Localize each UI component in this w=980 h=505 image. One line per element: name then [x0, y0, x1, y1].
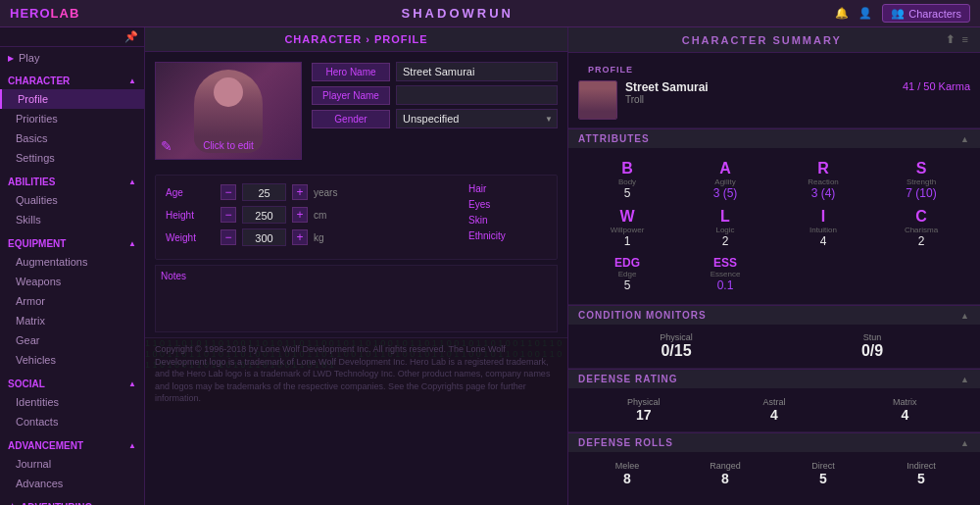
app-branding: HEROLAB	[10, 6, 79, 21]
attr-charisma: C Charisma 2	[872, 204, 970, 252]
weight-row: Weight − 300 + kg	[166, 228, 459, 246]
ethnicity-row: Ethnicity	[468, 230, 547, 241]
stun-condition: Stun 0/9	[774, 332, 970, 360]
sidebar-item-matrix[interactable]: Matrix	[0, 311, 144, 330]
height-plus-button[interactable]: +	[292, 207, 308, 223]
gender-row: Gender Unspecified Male Female Other	[312, 109, 558, 128]
menu-icon[interactable]: ≡	[962, 33, 970, 46]
hero-name-label: Hero Name	[312, 63, 390, 81]
advancement-collapse-icon: ▲	[128, 441, 136, 450]
defense-rolls-section: DEFENSE ROLLS ▲ Melee 8 Ranged 8 Direct …	[568, 432, 980, 505]
character-info: Street Samurai Troll	[625, 80, 709, 105]
sidebar-header-advancement[interactable]: Advancement ▲	[0, 435, 144, 454]
sidebar-item-identities[interactable]: Identities	[0, 392, 144, 412]
eyes-row: Eyes	[468, 199, 547, 210]
sidebar-item-play[interactable]: ▶ Play	[0, 47, 144, 69]
roll-melee: Melee 8	[578, 458, 676, 489]
export-icon[interactable]: ⬆	[946, 33, 956, 46]
eyes-label: Eyes	[468, 199, 517, 210]
top-bar: HEROLAB SHADOWRUN 🔔 👤 👥 Characters	[0, 0, 980, 27]
sidebar-header-adventuring[interactable]: ★ Adventuring ▲	[0, 497, 144, 505]
gender-select[interactable]: Unspecified Male Female Other	[396, 109, 558, 128]
age-value: 25	[242, 183, 286, 201]
roll-dodge: Dodge +0	[676, 501, 774, 505]
play-triangle-icon: ▶	[8, 54, 14, 63]
def-astral: Astral 4	[709, 394, 839, 426]
defense-rating-header[interactable]: DEFENSE RATING ▲	[568, 369, 980, 388]
sidebar-item-settings[interactable]: Settings	[0, 148, 144, 168]
sidebar-item-journal[interactable]: Journal	[0, 454, 144, 474]
attr-edge: EDG Edge 5	[578, 252, 676, 296]
attributes-header[interactable]: ATTRIBUTES ▲	[568, 128, 980, 148]
attributes-collapse-icon: ▲	[960, 134, 970, 144]
sidebar: 📌 ▶ Play Character ▲ Profile Priorities …	[0, 27, 145, 505]
notes-header: Notes	[161, 271, 552, 281]
notes-textarea[interactable]	[161, 285, 552, 325]
bell-icon[interactable]: 🔔	[835, 7, 849, 20]
attr-body: B Body 5	[578, 156, 676, 204]
sidebar-header-equipment[interactable]: Equipment ▲	[0, 233, 144, 252]
game-title: SHADOWRUN	[402, 6, 514, 21]
sidebar-header-social[interactable]: Social ▲	[0, 374, 144, 392]
age-minus-button[interactable]: −	[220, 184, 236, 200]
height-minus-button[interactable]: −	[220, 207, 236, 223]
player-name-input[interactable]	[396, 85, 558, 105]
sidebar-item-basics[interactable]: Basics	[0, 128, 144, 148]
sidebar-item-qualities[interactable]: Qualities	[0, 190, 144, 210]
user-icon[interactable]: 👤	[858, 7, 872, 20]
notes-area: Notes	[155, 265, 558, 332]
condition-monitors-header[interactable]: CONDITION MONITORS ▲	[568, 305, 980, 325]
group-icon: 👥	[891, 7, 905, 20]
ethnicity-label: Ethnicity	[468, 230, 517, 241]
age-plus-button[interactable]: +	[292, 184, 308, 200]
defense-rating-grid: Physical 17 Astral 4 Matrix 4	[568, 388, 980, 431]
sidebar-item-armor[interactable]: Armor	[0, 291, 144, 311]
character-collapse-icon: ▲	[128, 76, 136, 85]
sidebar-section-advancement: Advancement ▲ Journal Advances	[0, 433, 144, 495]
weight-plus-button[interactable]: +	[292, 229, 308, 245]
profile-image-area: ✎ Click to edit	[155, 62, 302, 160]
pin-icon[interactable]: 📌	[124, 30, 138, 43]
sidebar-item-priorities[interactable]: Priorities	[0, 109, 144, 128]
sidebar-item-advances[interactable]: Advances	[0, 474, 144, 493]
sidebar-header-character[interactable]: Character ▲	[0, 71, 144, 89]
sidebar-section-adventuring: ★ Adventuring ▲ Status Effects Temporary…	[0, 495, 144, 505]
weight-label: Weight	[166, 232, 215, 243]
sidebar-item-weapons[interactable]: Weapons	[0, 272, 144, 291]
defense-rolls-header[interactable]: DEFENSE ROLLS ▲	[568, 432, 980, 452]
sidebar-item-contacts[interactable]: Contacts	[0, 412, 144, 431]
profile-image-bg	[156, 63, 301, 159]
sidebar-item-gear[interactable]: Gear	[0, 330, 144, 350]
attr-agility: A Agility 3 (5)	[676, 156, 774, 204]
sidebar-item-augmentations[interactable]: Augmentations	[0, 252, 144, 272]
abilities-collapse-icon: ▲	[128, 177, 136, 186]
character-race: Troll	[625, 94, 709, 105]
roll-full: Full +1	[774, 501, 872, 505]
hero-name-row: Hero Name	[312, 62, 558, 81]
hero-name-input[interactable]	[396, 62, 558, 81]
karma-display: 41 / 50 Karma	[903, 80, 970, 92]
characters-button[interactable]: 👥 Characters	[882, 4, 970, 23]
breadcrumb: CHARACTER › PROFILE	[145, 27, 567, 52]
height-unit: cm	[314, 210, 326, 221]
age-label: Age	[166, 187, 215, 198]
sidebar-item-skills[interactable]: Skills	[0, 210, 144, 229]
gender-select-wrap: Unspecified Male Female Other	[396, 109, 558, 128]
roll-block: Block +8	[578, 501, 676, 505]
sidebar-item-profile[interactable]: Profile	[0, 89, 144, 109]
equipment-collapse-icon: ▲	[128, 239, 136, 248]
condition-collapse-icon: ▲	[960, 311, 970, 321]
center-panel: CHARACTER › PROFILE ✎ Click to edit Hero…	[145, 27, 568, 505]
edit-icon[interactable]: ✎	[161, 138, 172, 154]
right-panel-icons: ⬆ ≡	[946, 33, 970, 46]
sidebar-header-abilities[interactable]: Abilities ▲	[0, 172, 144, 190]
weight-minus-button[interactable]: −	[220, 229, 236, 245]
right-panel-header: CHARACTER SUMMARY ⬆ ≡	[568, 27, 980, 53]
defense-rolls-grid-2: Block +8 Dodge +0 Full +1 Hit the Dirt +…	[568, 495, 980, 505]
attr-willpower: W Willpower 1	[578, 204, 676, 252]
attributes-grid: B Body 5 A Agility 3 (5) R Reaction 3 (4…	[568, 148, 980, 304]
attributes-section: ATTRIBUTES ▲ B Body 5 A Agility 3 (5) R …	[568, 128, 980, 305]
skin-label: Skin	[468, 215, 517, 226]
top-bar-actions: 🔔 👤 👥 Characters	[835, 4, 970, 23]
sidebar-item-vehicles[interactable]: Vehicles	[0, 350, 144, 370]
